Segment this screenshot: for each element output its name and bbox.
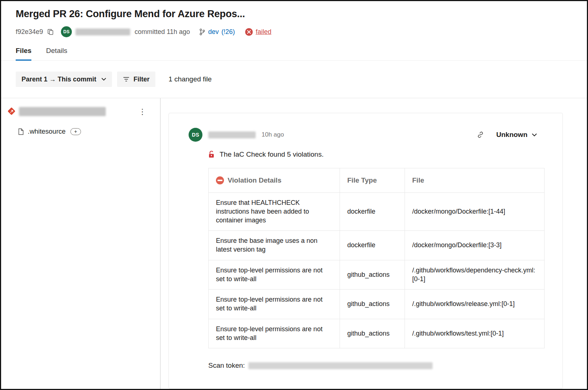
violation-detail: Ensure top-level permissions are not set… (209, 260, 340, 290)
violation-file: /docker/mongo/Dockerfile:[1-44] (405, 193, 545, 231)
violation-detail: Ensure top-level permissions are not set… (209, 290, 340, 319)
scan-token-redacted (248, 362, 433, 369)
violation-row: Ensure the base image uses a non latest … (209, 231, 545, 260)
diff-main-panel: DS 10h ago Unknown (160, 98, 587, 389)
comment-body: The IaC Check found 5 violations. Violat… (208, 150, 539, 370)
file-tree-panel: ⋮ .whitesource + (1, 98, 160, 389)
git-branch-icon (199, 28, 206, 36)
violation-row: Ensure top-level permissions are not set… (209, 319, 545, 348)
file-added-badge[interactable]: + (70, 128, 81, 135)
violation-file-type: dockerfile (340, 231, 405, 260)
repo-diamond-icon (8, 107, 16, 115)
scan-token-label: Scan token: (208, 362, 245, 370)
file-name: .whitesource (28, 127, 66, 135)
commit-hash: f92e34e9 (16, 28, 43, 36)
kebab-menu-button[interactable]: ⋮ (136, 107, 149, 116)
build-status-link[interactable]: failed (256, 28, 271, 36)
col-file: File (405, 168, 545, 193)
chevron-down-icon (101, 78, 106, 81)
violation-file: /.github/workflows/dependency-check.yml:… (405, 260, 545, 290)
filter-icon (123, 77, 129, 82)
link-icon (477, 131, 484, 138)
violation-file: /docker/mongo/Dockerfile:[3-3] (405, 231, 545, 260)
pr-link[interactable]: (!26) (221, 28, 235, 36)
file-tree-root-item[interactable]: ⋮ (1, 104, 160, 119)
violation-file: /.github/workflows/test.yml:[0-1] (405, 319, 545, 348)
content-area: ⋮ .whitesource + DS 10h ago (1, 98, 587, 389)
tab-files[interactable]: Files (16, 47, 31, 61)
diff-selector-dropdown[interactable]: Parent 1 → This commit (16, 72, 112, 87)
branch-link[interactable]: dev (208, 28, 219, 36)
commit-author-avatar: DS (61, 26, 72, 37)
iac-check-text: The IaC Check found 5 violations. (220, 150, 324, 158)
page-title: Merged PR 26: Configure Mend for Azure R… (16, 8, 572, 20)
changed-files-count: 1 changed file (169, 75, 212, 83)
filter-label: Filter (134, 76, 150, 83)
failed-icon (245, 28, 253, 36)
commit-meta-row: f92e34e9 DS committed 11h ago dev (!26) … (16, 26, 572, 37)
comment-status-dropdown[interactable]: Unknown (494, 130, 539, 139)
comment-timestamp: 10h ago (262, 131, 284, 138)
violation-file-type: dockerfile (340, 193, 405, 231)
violation-row: Ensure top-level permissions are not set… (209, 290, 545, 319)
copy-link-button[interactable] (476, 130, 485, 139)
comment-header: DS 10h ago Unknown (189, 128, 539, 142)
commit-header: Merged PR 26: Configure Mend for Azure R… (1, 1, 587, 37)
comment-status-label: Unknown (496, 131, 528, 139)
diff-selector-label: Parent 1 → This commit (22, 76, 96, 83)
lock-open-icon (208, 151, 215, 158)
tab-details[interactable]: Details (46, 47, 67, 61)
repo-name-redacted (19, 107, 106, 116)
copy-hash-button[interactable] (47, 28, 54, 36)
comment-card: DS 10h ago Unknown (169, 113, 563, 389)
chevron-down-icon (532, 133, 537, 137)
violation-detail: Ensure top-level permissions are not set… (209, 319, 340, 348)
violations-table: Violation Details File Type File Ensure … (208, 168, 545, 348)
violation-file-type: github_actions (340, 290, 405, 319)
violation-detail: Ensure that HEALTHCHECK instructions hav… (209, 193, 340, 231)
violation-row: Ensure that HEALTHCHECK instructions hav… (209, 193, 545, 231)
copy-icon (47, 29, 54, 35)
file-icon (18, 128, 24, 135)
iac-check-message: The IaC Check found 5 violations. (208, 150, 539, 158)
col-file-type: File Type (340, 168, 405, 193)
file-tree-item-whitesource[interactable]: .whitesource + (1, 127, 160, 135)
comment-author-avatar: DS (189, 128, 202, 142)
filter-button[interactable]: Filter (117, 72, 155, 87)
scan-token-row: Scan token: (208, 362, 539, 370)
diff-toolbar: Parent 1 → This commit Filter 1 changed … (1, 61, 587, 98)
violation-row: Ensure top-level permissions are not set… (209, 260, 545, 290)
commit-author-name-redacted (76, 28, 130, 35)
no-entry-icon (216, 176, 224, 184)
tab-bar: Files Details (1, 37, 587, 61)
violations-header-row: Violation Details File Type File (209, 168, 545, 193)
comment-author-name-redacted (208, 131, 256, 138)
col-violation-details: Violation Details (209, 168, 340, 193)
commit-time: committed 11h ago (135, 28, 190, 36)
violation-file: /.github/workflows/release.yml:[0-1] (405, 290, 545, 319)
violation-file-type: github_actions (340, 319, 405, 348)
violation-detail: Ensure the base image uses a non latest … (209, 231, 340, 260)
violation-file-type: github_actions (340, 260, 405, 290)
